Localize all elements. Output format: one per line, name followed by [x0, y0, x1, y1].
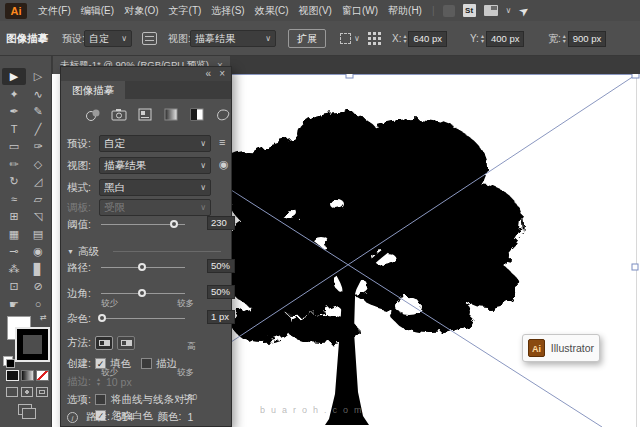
x-stepper[interactable]: ▴▾ [403, 34, 406, 44]
adobe-stock-icon[interactable]: St [463, 4, 476, 17]
menu-view[interactable]: 视图(V) [297, 0, 334, 21]
preset-auto-color-icon[interactable] [85, 107, 102, 122]
curvature-tool-icon[interactable]: ✎ [26, 103, 50, 120]
expand-button[interactable]: 扩展 [288, 29, 326, 48]
eye-icon[interactable]: ◉ [219, 158, 229, 171]
menu-edit[interactable]: 编辑(E) [79, 0, 116, 21]
y-input[interactable]: 400 px [486, 31, 525, 47]
column-graph-tool-icon[interactable]: ▊ [26, 261, 50, 278]
mode-dropdown[interactable]: 黑白∨ [99, 179, 211, 196]
preset-dropdown[interactable]: 自定 ∨ [84, 30, 132, 47]
preset-black-white-icon[interactable] [189, 107, 206, 122]
preset-grayscale-icon[interactable] [163, 107, 180, 122]
mesh-tool-icon[interactable]: ▦ [2, 226, 26, 243]
close-panel-icon[interactable]: × [219, 67, 225, 81]
threshold-knob[interactable] [170, 220, 178, 228]
preset-low-color-icon[interactable] [137, 107, 154, 122]
corners-slider[interactable] [101, 293, 185, 294]
pencil-tool-icon[interactable]: ✏ [2, 156, 26, 173]
preset-dropdown[interactable]: 自定∨ [99, 135, 211, 152]
preset-high-color-icon[interactable] [111, 107, 128, 122]
gradient-button[interactable] [21, 370, 34, 381]
chevron-down-icon[interactable]: ∨ [354, 34, 360, 43]
menu-effect[interactable]: 效果(C) [253, 0, 291, 21]
top-center-handle[interactable] [346, 74, 353, 78]
rotate-tool-icon[interactable]: ↻ [2, 173, 26, 190]
paths-knob[interactable] [138, 263, 146, 271]
preset-outline-icon[interactable] [215, 107, 232, 122]
menu-type[interactable]: 文字(T) [167, 0, 204, 21]
collapse-panel-icon[interactable]: « [205, 67, 211, 81]
width-tool-icon[interactable]: ≈ [2, 191, 26, 208]
paintbrush-tool-icon[interactable]: ✑ [26, 138, 50, 155]
view-dropdown[interactable]: 描摹结果 ∨ [190, 30, 276, 47]
lasso-tool-icon[interactable]: ∿ [26, 86, 50, 103]
perspective-grid-tool-icon[interactable]: ◹ [26, 208, 50, 225]
paths-value[interactable]: 50% [207, 259, 235, 273]
hand-tool-icon[interactable]: ☛ [2, 296, 26, 313]
bridge-icon[interactable] [443, 5, 455, 17]
threshold-slider[interactable] [101, 224, 185, 225]
noise-slider[interactable] [101, 318, 185, 319]
free-transform-tool-icon[interactable]: ▱ [26, 191, 50, 208]
eyedropper-tool-icon[interactable]: ⊸ [2, 243, 26, 260]
fills-checkbox[interactable]: ✓ [95, 358, 106, 369]
menu-select[interactable]: 选择(S) [209, 0, 246, 21]
noise-knob[interactable] [98, 314, 106, 322]
pen-tool-icon[interactable]: ✒ [2, 103, 26, 120]
draw-inside-mode-icon[interactable] [36, 387, 48, 397]
bounding-box-icon[interactable] [340, 33, 351, 44]
stroke-color-swatch[interactable] [17, 329, 48, 360]
artboard-tool-icon[interactable]: ⊡ [2, 278, 26, 295]
share-icon[interactable]: ➤ [516, 2, 532, 19]
x-input[interactable]: 640 px [408, 31, 447, 47]
reference-point-grid[interactable] [368, 32, 381, 45]
noise-value[interactable]: 1 px [207, 310, 235, 324]
menu-object[interactable]: 对象(O) [122, 0, 160, 21]
color-button[interactable] [6, 370, 19, 381]
image-trace-tab[interactable]: 图像描摹 [61, 81, 125, 99]
screen-mode-icon[interactable] [18, 404, 32, 415]
advanced-arrow-icon[interactable]: ▼ [67, 248, 74, 255]
width-input[interactable]: 900 px [568, 31, 607, 47]
rectangle-tool-icon[interactable]: ▭ [2, 138, 26, 155]
workspace-switcher-icon[interactable] [484, 5, 498, 16]
method-abutting-button[interactable] [95, 336, 113, 350]
menu-help[interactable]: 帮助(H) [386, 0, 424, 21]
selection-tool-icon[interactable]: ▶ [2, 68, 26, 85]
strokes-checkbox[interactable] [141, 358, 152, 369]
top-right-handle[interactable] [632, 74, 639, 78]
direct-selection-tool-icon[interactable]: ▷ [26, 68, 50, 85]
app-logo[interactable]: Ai [5, 3, 27, 19]
scale-tool-icon[interactable]: ◿ [26, 173, 50, 190]
gradient-tool-icon[interactable]: ▤ [26, 226, 50, 243]
snap-curves-checkbox[interactable] [95, 394, 106, 405]
type-tool-icon[interactable]: T [2, 121, 26, 138]
panel-titlebar[interactable]: « × [61, 67, 231, 81]
workspace-caret-icon[interactable]: ∨ [506, 6, 512, 15]
menu-window[interactable]: 窗口(W) [340, 0, 380, 21]
threshold-value[interactable]: 230 [207, 216, 235, 230]
view-dropdown[interactable]: 描摹结果∨ [99, 157, 211, 174]
eraser-tool-icon[interactable]: ◇ [26, 156, 50, 173]
default-fill-stroke-icon[interactable] [3, 356, 13, 366]
shape-builder-tool-icon[interactable]: ⊞ [2, 208, 26, 225]
trace-panel-toggle-icon[interactable] [142, 32, 157, 45]
draw-behind-mode-icon[interactable] [21, 387, 33, 397]
slice-tool-icon[interactable]: ⊘ [26, 278, 50, 295]
info-icon[interactable]: i [67, 412, 78, 423]
none-button[interactable] [36, 370, 49, 381]
line-segment-tool-icon[interactable]: ╱ [26, 121, 50, 138]
right-edge-handle[interactable] [632, 264, 638, 270]
magic-wand-tool-icon[interactable]: ✦ [2, 86, 26, 103]
y-stepper[interactable]: ▴▾ [481, 34, 484, 44]
swap-fill-stroke-icon[interactable]: ⇄ [40, 313, 47, 322]
preset-menu-icon[interactable]: ≡ [219, 136, 225, 148]
paths-slider[interactable] [101, 267, 185, 268]
corners-value[interactable]: 50% [207, 285, 235, 299]
method-overlapping-button[interactable] [117, 336, 135, 350]
width-stepper[interactable]: ▴▾ [563, 34, 566, 44]
draw-normal-mode-icon[interactable] [6, 387, 18, 397]
corners-knob[interactable] [138, 289, 146, 297]
blend-tool-icon[interactable]: ◉ [26, 243, 50, 260]
